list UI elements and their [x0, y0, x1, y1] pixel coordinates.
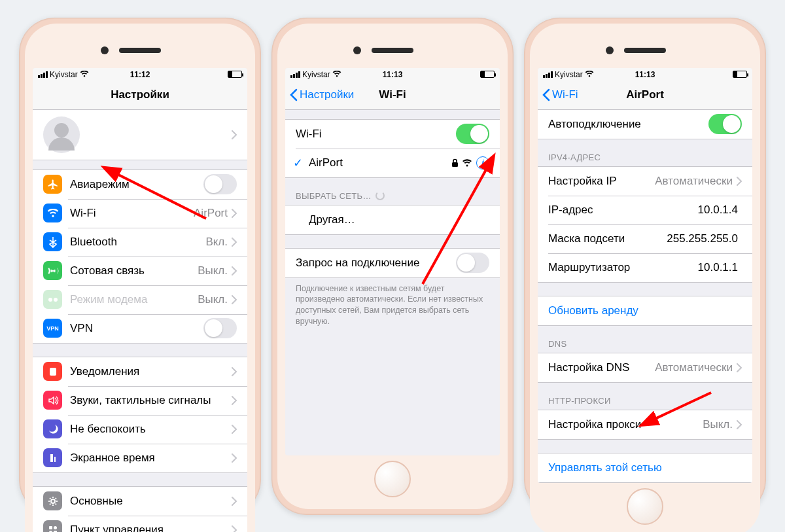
chevron-right-icon [232, 130, 237, 139]
nav-header: Настройки Wi-Fi [285, 81, 500, 110]
vpn-toggle[interactable] [203, 318, 237, 338]
status-bar: Kyivstar 11:12 [33, 68, 247, 81]
row-airplane[interactable]: Авиарежим [33, 170, 247, 199]
signal-icon [290, 71, 300, 78]
back-label: Wi-Fi [552, 88, 578, 101]
phone-top-hardware [33, 33, 247, 68]
wifi-icon [43, 204, 62, 222]
signal-icon [38, 71, 48, 78]
section-header: ВЫБРАТЬ СЕТЬ… [285, 178, 500, 205]
wifi-strength-icon [462, 159, 472, 167]
row-notifications[interactable]: Уведомления [33, 357, 247, 386]
chevron-right-icon [737, 177, 742, 186]
row-other-network[interactable]: Другая… [285, 205, 500, 234]
hotspot-icon [43, 290, 62, 309]
row-label: Другая… [309, 213, 489, 226]
row-network-current[interactable]: ✓ AirPort i [285, 149, 500, 177]
status-time: 11:13 [383, 70, 403, 79]
profile-row[interactable] [33, 110, 247, 160]
row-proxy-config[interactable]: Настройка прокси Выкл. [538, 410, 752, 439]
ask-toggle[interactable] [456, 253, 489, 273]
page-title: AirPort [626, 88, 664, 101]
back-button[interactable]: Wi-Fi [542, 88, 578, 101]
row-label: Режим модема [70, 293, 198, 306]
airplane-icon [43, 175, 62, 194]
row-bluetooth[interactable]: Bluetooth Вкл. [33, 228, 247, 257]
svg-point-0 [48, 298, 52, 302]
row-label: Bluetooth [70, 236, 205, 249]
wifi-status-icon [80, 70, 89, 79]
chevron-right-icon [232, 238, 237, 247]
chevron-right-icon [232, 525, 237, 533]
phone-wifi: Kyivstar 11:13 Настройки Wi-Fi Wi-Fi ✓ [271, 18, 514, 515]
row-value: Вкл. [205, 236, 228, 249]
svg-rect-2 [50, 368, 56, 376]
row-router: Маршрутизатор 10.0.1.1 [538, 253, 752, 282]
chevron-right-icon [232, 367, 237, 376]
wifi-toggle[interactable] [456, 124, 489, 144]
battery-icon [733, 71, 747, 78]
row-ask-to-join[interactable]: Запрос на подключение [285, 249, 500, 277]
chevron-right-icon [232, 453, 237, 463]
row-screentime[interactable]: Экранное время [33, 444, 247, 472]
row-sounds[interactable]: Звуки, тактильные сигналы [33, 386, 247, 415]
row-renew-lease[interactable]: Обновить аренду [538, 296, 752, 325]
row-dnd[interactable]: Не беспокоить [33, 415, 247, 444]
row-value: Автоматически [655, 361, 733, 374]
svg-point-1 [54, 298, 58, 302]
chevron-right-icon [232, 396, 237, 405]
nav-header: Настройки [33, 81, 247, 110]
row-value: 10.0.1.1 [698, 261, 738, 274]
row-label: Настройка прокси [548, 418, 703, 431]
row-control-center[interactable]: Пункт управления [33, 516, 247, 533]
airplane-toggle[interactable] [203, 174, 237, 194]
battery-icon [228, 71, 242, 78]
bluetooth-icon [43, 232, 62, 251]
row-wifi-toggle[interactable]: Wi-Fi [285, 120, 500, 149]
row-label: Уведомления [70, 365, 232, 378]
screentime-icon [43, 448, 62, 467]
home-button[interactable] [627, 488, 663, 525]
chevron-right-icon [737, 420, 742, 429]
dnd-icon [43, 419, 62, 438]
chevron-right-icon [232, 497, 237, 506]
chevron-right-icon [232, 266, 237, 275]
carrier-label: Kyivstar [302, 70, 330, 79]
row-general[interactable]: Основные [33, 487, 247, 516]
row-value: Выкл. [198, 264, 228, 277]
row-label: VPN [70, 322, 203, 335]
svg-rect-5 [54, 526, 57, 529]
status-time: 11:13 [635, 70, 655, 79]
row-autojoin[interactable]: Автоподключение [538, 110, 752, 139]
row-value: Автоматически [655, 175, 733, 188]
wifi-status-icon [332, 70, 341, 79]
status-time: 11:12 [130, 70, 150, 79]
row-label: Авиарежим [70, 178, 203, 191]
row-hotspot[interactable]: Режим модема Выкл. [33, 285, 247, 314]
row-label: Экранное время [70, 452, 232, 465]
back-button[interactable]: Настройки [289, 88, 354, 101]
sounds-icon [43, 391, 62, 410]
home-button[interactable] [374, 461, 411, 497]
row-label: Запрос на подключение [296, 257, 456, 270]
battery-icon [480, 71, 495, 78]
svg-point-3 [51, 499, 55, 503]
row-dns-config[interactable]: Настройка DNS Автоматически [538, 353, 752, 382]
row-subnet: Маска подсети 255.255.255.0 [538, 224, 752, 253]
row-label: Не беспокоить [70, 423, 232, 436]
row-vpn[interactable]: VPN VPN [33, 314, 247, 343]
row-ip-config[interactable]: Настройка IP Автоматически [538, 167, 752, 196]
row-label: Звуки, тактильные сигналы [70, 394, 232, 407]
svg-rect-4 [49, 526, 52, 529]
info-icon[interactable]: i [476, 156, 489, 169]
status-bar: Kyivstar 11:13 [285, 68, 500, 81]
row-cellular[interactable]: Сотовая связь Выкл. [33, 257, 247, 285]
autojoin-toggle[interactable] [708, 114, 742, 134]
row-manage-network[interactable]: Управлять этой сетью [538, 453, 752, 482]
chevron-right-icon [232, 209, 237, 218]
row-label: Wi-Fi [70, 207, 194, 220]
row-wifi[interactable]: Wi-Fi AirPort [33, 199, 247, 228]
row-value: 10.0.1.4 [698, 204, 738, 217]
row-label: AirPort [309, 156, 451, 169]
avatar-icon [43, 116, 80, 153]
